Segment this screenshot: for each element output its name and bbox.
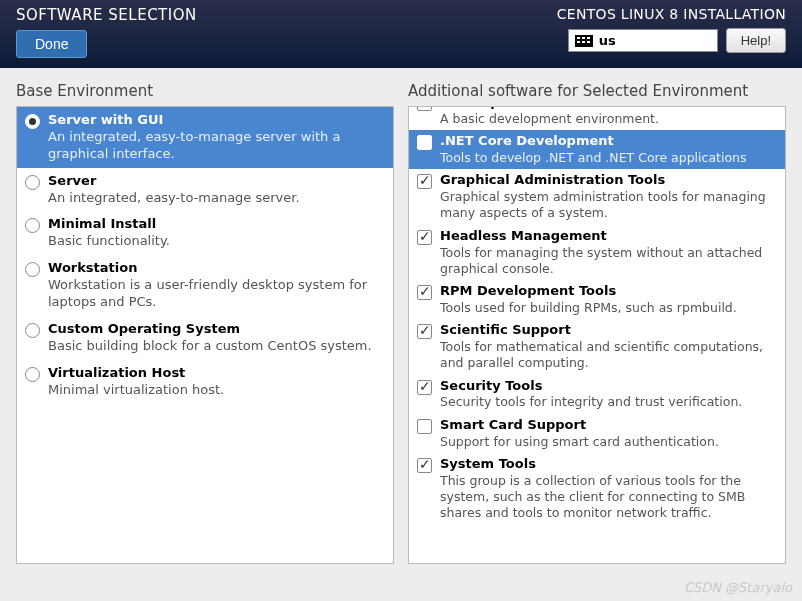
item-desc: Tools used for building RPMs, such as rp… — [440, 300, 777, 316]
base-env-item[interactable]: WorkstationWorkstation is a user-friendl… — [17, 255, 393, 316]
addon-item[interactable]: Development ToolsA basic development env… — [409, 106, 785, 130]
item-desc: An integrated, easy-to-manage server wit… — [48, 129, 385, 163]
checkbox-icon[interactable] — [417, 285, 432, 300]
item-title: Graphical Administration Tools — [440, 172, 777, 189]
item-text: .NET Core DevelopmentTools to develop .N… — [440, 133, 777, 166]
item-text: Minimal InstallBasic functionality. — [48, 216, 385, 250]
item-desc: Basic building block for a custom CentOS… — [48, 338, 385, 355]
item-text: RPM Development ToolsTools used for buil… — [440, 283, 777, 316]
base-environment-heading: Base Environment — [16, 82, 394, 100]
item-title: Scientific Support — [440, 322, 777, 339]
addon-item[interactable]: .NET Core DevelopmentTools to develop .N… — [409, 130, 785, 169]
radio-icon[interactable] — [25, 114, 40, 129]
item-title: .NET Core Development — [440, 133, 777, 150]
item-desc: This group is a collection of various to… — [440, 473, 777, 522]
checkbox-icon[interactable] — [417, 324, 432, 339]
item-text: Virtualization HostMinimal virtualizatio… — [48, 365, 385, 399]
item-title: System Tools — [440, 456, 777, 473]
top-bar-left: SOFTWARE SELECTION Done — [16, 6, 197, 58]
base-environment-list[interactable]: Server with GUIAn integrated, easy-to-ma… — [16, 106, 394, 564]
radio-icon[interactable] — [25, 367, 40, 382]
checkbox-icon[interactable] — [417, 380, 432, 395]
checkbox-icon[interactable] — [417, 419, 432, 434]
checkbox-icon[interactable] — [417, 106, 432, 111]
base-env-item[interactable]: Virtualization HostMinimal virtualizatio… — [17, 360, 393, 404]
radio-icon[interactable] — [25, 175, 40, 190]
base-env-item[interactable]: Custom Operating SystemBasic building bl… — [17, 316, 393, 360]
keyboard-icon — [575, 35, 593, 47]
addons-list[interactable]: Development ToolsA basic development env… — [408, 106, 786, 564]
item-desc: Security tools for integrity and trust v… — [440, 394, 777, 410]
addons-pane: Additional software for Selected Environ… — [408, 82, 786, 564]
item-text: Server with GUIAn integrated, easy-to-ma… — [48, 112, 385, 163]
checkbox-icon[interactable] — [417, 174, 432, 189]
item-title: Workstation — [48, 260, 385, 277]
item-title: Server — [48, 173, 385, 190]
item-text: WorkstationWorkstation is a user-friendl… — [48, 260, 385, 311]
item-text: Graphical Administration ToolsGraphical … — [440, 172, 777, 221]
top-bar: SOFTWARE SELECTION Done CENTOS LINUX 8 I… — [0, 0, 802, 68]
base-env-item[interactable]: ServerAn integrated, easy-to-manage serv… — [17, 168, 393, 212]
item-desc: Tools for managing the system without an… — [440, 245, 777, 278]
item-desc: Workstation is a user-friendly desktop s… — [48, 277, 385, 311]
item-text: Security ToolsSecurity tools for integri… — [440, 378, 777, 411]
addon-item[interactable]: Graphical Administration ToolsGraphical … — [409, 169, 785, 224]
item-desc: Graphical system administration tools fo… — [440, 189, 777, 222]
item-desc: Support for using smart card authenticat… — [440, 434, 777, 450]
item-title: Security Tools — [440, 378, 777, 395]
item-text: System ToolsThis group is a collection o… — [440, 456, 777, 522]
content-area: Base Environment Server with GUIAn integ… — [0, 68, 802, 572]
addons-heading: Additional software for Selected Environ… — [408, 82, 786, 100]
radio-icon[interactable] — [25, 262, 40, 277]
item-desc: An integrated, easy-to-manage server. — [48, 190, 385, 207]
item-text: Scientific SupportTools for mathematical… — [440, 322, 777, 371]
checkbox-icon[interactable] — [417, 230, 432, 245]
item-desc: Tools to develop .NET and .NET Core appl… — [440, 150, 777, 166]
item-title: Headless Management — [440, 228, 777, 245]
item-title: Minimal Install — [48, 216, 385, 233]
addon-item[interactable]: Security ToolsSecurity tools for integri… — [409, 375, 785, 414]
radio-icon[interactable] — [25, 218, 40, 233]
keyboard-layout-selector[interactable]: us — [568, 29, 718, 52]
done-button[interactable]: Done — [16, 30, 87, 58]
item-desc: Basic functionality. — [48, 233, 385, 250]
item-text: Headless ManagementTools for managing th… — [440, 228, 777, 277]
keyboard-layout-label: us — [599, 33, 616, 48]
top-bar-right: CENTOS LINUX 8 INSTALLATION us Help! — [557, 6, 786, 53]
addon-item[interactable]: System ToolsThis group is a collection o… — [409, 453, 785, 525]
checkbox-icon[interactable] — [417, 458, 432, 473]
base-env-item[interactable]: Minimal InstallBasic functionality. — [17, 211, 393, 255]
item-desc: Tools for mathematical and scientific co… — [440, 339, 777, 372]
top-bar-controls: us Help! — [568, 28, 786, 53]
item-text: Development ToolsA basic development env… — [440, 106, 777, 127]
page-title: SOFTWARE SELECTION — [16, 6, 197, 24]
addon-item[interactable]: Scientific SupportTools for mathematical… — [409, 319, 785, 374]
item-title: Server with GUI — [48, 112, 385, 129]
base-environment-pane: Base Environment Server with GUIAn integ… — [16, 82, 394, 564]
item-desc: Minimal virtualization host. — [48, 382, 385, 399]
installer-title: CENTOS LINUX 8 INSTALLATION — [557, 6, 786, 22]
item-desc: A basic development environment. — [440, 111, 777, 127]
addon-item[interactable]: Smart Card SupportSupport for using smar… — [409, 414, 785, 453]
radio-icon[interactable] — [25, 323, 40, 338]
item-text: Smart Card SupportSupport for using smar… — [440, 417, 777, 450]
checkbox-icon[interactable] — [417, 135, 432, 150]
item-title: Smart Card Support — [440, 417, 777, 434]
help-button[interactable]: Help! — [726, 28, 786, 53]
item-text: ServerAn integrated, easy-to-manage serv… — [48, 173, 385, 207]
item-text: Custom Operating SystemBasic building bl… — [48, 321, 385, 355]
watermark: CSDN @Staryalo — [684, 580, 792, 595]
addon-item[interactable]: RPM Development ToolsTools used for buil… — [409, 280, 785, 319]
item-title: Virtualization Host — [48, 365, 385, 382]
base-env-item[interactable]: Server with GUIAn integrated, easy-to-ma… — [17, 107, 393, 168]
item-title: RPM Development Tools — [440, 283, 777, 300]
item-title: Custom Operating System — [48, 321, 385, 338]
addon-item[interactable]: Headless ManagementTools for managing th… — [409, 225, 785, 280]
